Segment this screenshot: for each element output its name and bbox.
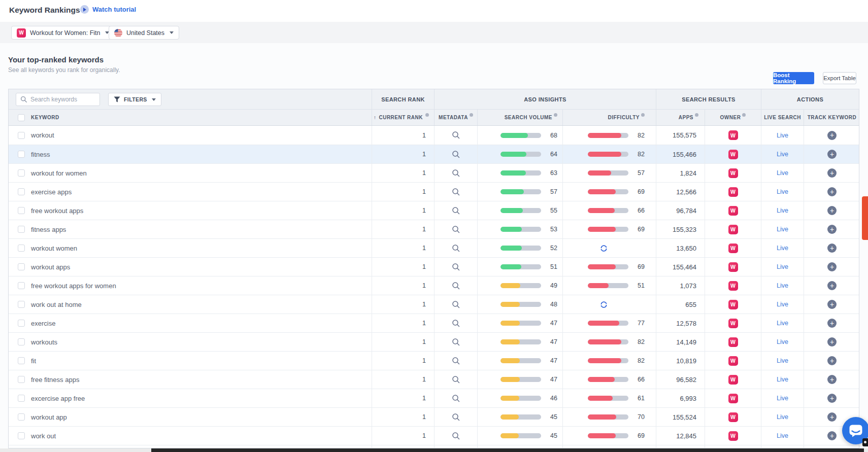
metadata-search-icon[interactable] [434,314,477,332]
metadata-search-icon[interactable] [434,333,477,351]
play-icon[interactable] [80,5,89,14]
row-checkbox[interactable] [18,263,25,270]
row-checkbox[interactable] [18,282,25,289]
column-header-apps[interactable]: APPS [656,110,705,125]
row-checkbox[interactable] [18,245,25,252]
column-header-search-volume[interactable]: SEARCH VOLUME [477,110,562,125]
metadata-search-icon[interactable] [434,164,477,182]
row-checkbox[interactable] [18,432,25,439]
live-search-link[interactable]: Live [777,357,788,364]
corner-widget[interactable] [862,438,868,446]
metadata-search-icon[interactable] [434,389,477,407]
track-keyword-button[interactable]: + [827,394,837,403]
search-volume-value: 51 [547,263,557,270]
live-search-link[interactable]: Live [777,301,788,308]
track-keyword-button[interactable]: + [827,300,837,309]
column-header-difficulty[interactable]: DIFFICULTY [562,110,656,125]
track-keyword-button[interactable]: + [827,206,837,215]
track-keyword-button[interactable]: + [827,262,837,271]
metadata-search-icon[interactable] [434,408,477,426]
plus-icon: + [830,151,834,158]
track-keyword-button[interactable]: + [827,187,837,196]
metadata-search-icon[interactable] [434,258,477,276]
live-search-link[interactable]: Live [777,188,788,195]
live-search-link[interactable]: Live [777,169,788,177]
boost-ranking-button[interactable]: Boost Ranking [773,72,814,84]
horizontal-scrollbar-thumb[interactable] [151,448,864,452]
info-icon[interactable] [742,113,746,117]
live-search-link[interactable]: Live [777,432,788,439]
live-search-link[interactable]: Live [777,207,788,214]
track-keyword-button[interactable]: + [827,375,837,384]
track-keyword-button[interactable]: + [827,281,837,290]
metadata-search-icon[interactable] [434,427,477,445]
row-checkbox[interactable] [18,413,25,421]
row-checkbox[interactable] [18,151,25,158]
info-icon[interactable] [695,113,698,117]
table-row: workouts 1 47 82 14,149 W Live + [9,332,859,351]
track-keyword-button[interactable]: + [827,131,837,140]
export-table-button[interactable]: Export Table [823,72,856,84]
row-checkbox[interactable] [18,188,25,195]
info-icon[interactable] [470,113,473,117]
row-checkbox[interactable] [18,132,25,139]
metadata-search-icon[interactable] [434,126,477,145]
keyword-label: fit [31,357,36,365]
row-checkbox[interactable] [18,226,25,233]
app-selector-dropdown[interactable]: W Workout for Women: Fitn [11,26,115,40]
track-keyword-button[interactable]: + [827,150,837,159]
metadata-search-icon[interactable] [434,220,477,238]
row-checkbox[interactable] [18,357,25,364]
watch-tutorial-link[interactable]: Watch tutorial [80,5,136,14]
country-selector-dropdown[interactable]: United States [109,26,179,40]
track-keyword-button[interactable]: + [827,168,837,178]
metadata-search-icon[interactable] [434,370,477,389]
live-search-link[interactable]: Live [777,245,788,252]
live-search-link[interactable]: Live [777,413,788,421]
feedback-side-tab[interactable] [862,196,868,240]
live-search-link[interactable]: Live [777,320,788,327]
live-search-link[interactable]: Live [777,338,788,345]
info-icon[interactable] [641,113,645,117]
track-keyword-button[interactable]: + [827,356,837,365]
current-rank-value: 1 [422,151,426,158]
search-input[interactable] [30,96,91,103]
live-search-link[interactable]: Live [777,395,788,402]
metadata-search-icon[interactable] [434,295,477,314]
keyword-search-box[interactable] [16,93,100,106]
row-checkbox[interactable] [18,207,25,214]
row-checkbox[interactable] [18,320,25,327]
select-all-checkbox[interactable] [18,114,25,121]
row-checkbox[interactable] [18,169,25,177]
info-icon[interactable] [554,113,557,117]
column-header-current-rank[interactable]: ↑ CURRENT RANK [372,110,434,125]
horizontal-scrollbar-track[interactable] [0,448,868,452]
track-keyword-button[interactable]: + [827,244,837,253]
track-keyword-button[interactable]: + [827,337,837,346]
metadata-search-icon[interactable] [434,145,477,163]
live-search-link[interactable]: Live [777,226,788,233]
info-icon[interactable] [425,113,429,117]
row-checkbox[interactable] [18,376,25,383]
refresh-icon[interactable] [599,244,608,253]
metadata-search-icon[interactable] [434,183,477,201]
keywords-table: FILTERS SEARCH RANK ASO INSIGHTS SEARCH … [8,89,859,448]
row-checkbox[interactable] [18,301,25,308]
live-search-link[interactable]: Live [777,151,788,158]
track-keyword-button[interactable]: + [827,412,837,422]
metadata-search-icon[interactable] [434,276,477,295]
filters-button[interactable]: FILTERS [108,93,161,106]
metadata-search-icon[interactable] [434,239,477,257]
track-keyword-button[interactable]: + [827,319,837,328]
row-checkbox[interactable] [18,395,25,402]
metadata-search-icon[interactable] [434,352,477,370]
row-checkbox[interactable] [18,338,25,345]
live-search-link[interactable]: Live [777,282,788,289]
live-search-link[interactable]: Live [777,376,788,383]
live-search-link[interactable]: Live [777,263,788,270]
live-search-link[interactable]: Live [777,132,788,139]
track-keyword-button[interactable]: + [827,225,837,234]
refresh-icon[interactable] [599,300,608,309]
metadata-search-icon[interactable] [434,201,477,220]
track-keyword-button[interactable]: + [827,431,837,440]
